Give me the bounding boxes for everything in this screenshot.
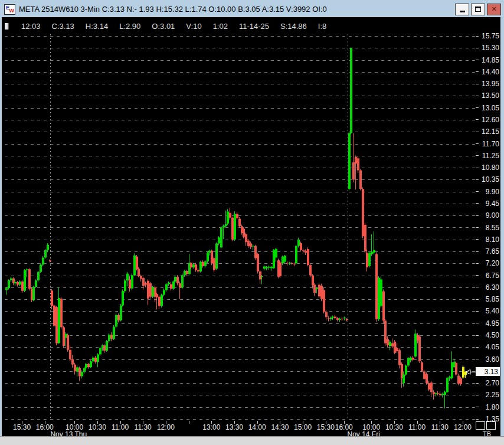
close-button[interactable]: ✕ — [487, 4, 501, 15]
time-axis-label: 11:30 — [135, 423, 152, 431]
time-axis-label: 15:30 — [13, 423, 31, 431]
maximize-icon — [475, 6, 481, 12]
price-axis-label: 2.25 — [477, 391, 499, 399]
price-axis-label: 10.35 — [477, 175, 499, 184]
status-item: C:3.13 — [52, 22, 74, 31]
time-axis-label: 14:30 — [271, 423, 289, 431]
price-axis-label: 13.05 — [477, 104, 499, 112]
price-axis-label: 12.60 — [477, 116, 499, 124]
price-axis-label: 7.65 — [477, 247, 499, 256]
price-axis-label: 1.80 — [477, 403, 499, 411]
status-item: I:8 — [318, 22, 326, 31]
corner-toggle-button-2[interactable] — [486, 421, 496, 430]
price-axis-label: 5.40 — [477, 307, 499, 315]
price-axis-label: 6.30 — [477, 283, 499, 292]
price-axis-label: 11.70 — [477, 140, 499, 148]
price-axis-label: 8.55 — [477, 224, 499, 232]
time-axis-label: 14:00 — [248, 423, 266, 431]
time-axis-label: 15:00 — [294, 423, 312, 431]
minimize-icon — [460, 11, 465, 12]
price-axis-label: 4.50 — [477, 331, 499, 339]
corner-toggle-button-1[interactable] — [476, 421, 485, 430]
title-bar[interactable]: E W META 2514W610 3-Min C:3.13 N:- 1.93 … — [0, 0, 504, 17]
price-axis-label: 4.05 — [477, 343, 499, 351]
price-axis-label: 8.10 — [477, 235, 499, 244]
window-bottom-border[interactable] — [0, 436, 504, 445]
price-axis-label: 2.70 — [477, 379, 499, 387]
price-axis-label: 3.60 — [477, 355, 499, 364]
window-controls: ✕ — [455, 4, 501, 15]
price-axis-label: 13.50 — [477, 91, 499, 100]
maximize-button[interactable] — [471, 4, 485, 15]
price-axis-label: 11.25 — [477, 152, 499, 160]
price-axis-label: 14.85 — [477, 56, 499, 64]
price-axis-label: 5.85 — [477, 295, 499, 303]
price-axis-label: 9.90 — [477, 188, 499, 196]
price-axis-label: 4.95 — [477, 319, 499, 328]
price-axis-label: 15.30 — [477, 44, 499, 52]
time-axis-label: 12:00 — [157, 423, 175, 431]
current-price-badge: 3.13 — [476, 367, 500, 376]
status-item: 1:02 — [213, 22, 228, 31]
status-item: V:10 — [186, 22, 201, 31]
price-axis-label: 10.80 — [477, 163, 499, 172]
status-item: 11-14-25 — [239, 22, 269, 31]
price-axis-label: 14.40 — [477, 68, 499, 76]
price-axis-label: 6.75 — [477, 271, 499, 280]
window-title: META 2514W610 3-Min C:3.13 N:- 1.93 H:15… — [19, 5, 327, 14]
price-chart-canvas[interactable] — [5, 34, 476, 421]
time-axis-label: 11:00 — [112, 423, 129, 431]
price-axis-label: 15.75 — [477, 32, 499, 40]
time-axis-label: 12:00 — [454, 423, 472, 431]
app-logo-icon: E W — [4, 4, 15, 15]
time-axis-label: 11:00 — [408, 423, 426, 431]
price-axis-label: 13.95 — [477, 80, 499, 88]
status-item: O:3.01 — [152, 22, 175, 31]
time-axis-label: 10:30 — [89, 423, 106, 431]
time-axis-label: 13:00 — [202, 423, 220, 431]
current-bar-icon — [5, 23, 9, 30]
time-axis-label: 10:30 — [385, 423, 403, 431]
price-axis-label: 9.45 — [477, 199, 499, 208]
status-item: S:14.86 — [280, 22, 307, 31]
time-axis-label: 11:30 — [431, 423, 449, 431]
app-logo-letter-w: W — [9, 8, 15, 14]
status-item: H:3.14 — [86, 22, 108, 31]
close-icon: ✕ — [491, 6, 496, 12]
status-item: 12:03 — [21, 22, 41, 31]
time-tick — [189, 421, 189, 424]
time-axis-label: 13:30 — [225, 423, 243, 431]
minimize-button[interactable] — [455, 4, 469, 15]
status-bar: 12:03C:3.13H:3.14L:2.90O:3.01V:101:0211-… — [5, 21, 326, 31]
price-axis-label: 9.00 — [477, 211, 499, 220]
status-item: L:2.90 — [119, 22, 140, 31]
time-axis-label: 15:30 — [317, 423, 335, 431]
price-axis-label: 7.20 — [477, 259, 499, 267]
app-window: E W META 2514W610 3-Min C:3.13 N:- 1.93 … — [0, 0, 504, 445]
price-axis-label: 12.15 — [477, 127, 499, 136]
